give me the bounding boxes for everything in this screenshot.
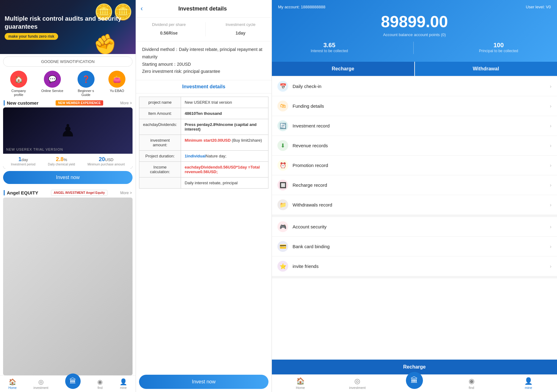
min-unit: USD: [105, 157, 113, 162]
interest-stat: 3.65 Interest to be collected: [311, 42, 348, 54]
table-row-amount: Item Amount: 48610Ten thousand: [139, 108, 268, 119]
right-nav-home[interactable]: 🏠 Home: [272, 377, 329, 390]
left-panel: Multiple risk control audits and securit…: [0, 0, 136, 392]
right-nav-investment[interactable]: ◎ investment: [329, 377, 386, 390]
dividend-value: 0.56Rise: [152, 28, 186, 36]
menu-item-bank-card[interactable]: 💳 Bank card binding ›: [272, 237, 557, 256]
table-key-project: project name: [139, 97, 181, 108]
account-stats: 3.65 Interest to be collected 100 Princi…: [278, 42, 551, 54]
invest-now-button[interactable]: Invest now: [3, 171, 133, 184]
menu-item-funding[interactable]: 🛍 Funding details ›: [272, 96, 557, 116]
invest-now-bottom-button[interactable]: Invest now: [139, 375, 268, 389]
left-nav-home[interactable]: 🏠 Home: [8, 378, 17, 390]
hero-banner: Multiple risk control audits and securit…: [0, 0, 136, 54]
cycle-value: 1day: [226, 28, 255, 36]
principal-label: Principal to be collected: [479, 49, 518, 53]
period-label: Investment period: [11, 163, 36, 166]
table-val-amount: 48610Ten thousand: [181, 108, 268, 119]
menu-item-promotion[interactable]: ⏰ Promotion record ›: [272, 156, 557, 175]
left-nav-mine[interactable]: 👤 mine: [120, 378, 127, 390]
withdrawal-button[interactable]: Withdrawal: [415, 62, 557, 76]
account-points: Account balance account points (0): [278, 32, 551, 37]
account-security-arrow: ›: [550, 224, 551, 230]
user-level-label: User level:: [526, 5, 545, 9]
menu-item-recharge-record[interactable]: 🔲 Recharge record ›: [272, 175, 557, 195]
daily-checkin-icon: 📅: [277, 81, 288, 92]
chess-icon: ♟: [60, 121, 75, 140]
recharge-record-arrow: ›: [550, 182, 551, 188]
right-investment-icon: ◎: [354, 377, 360, 385]
investment-record-icon: 🔄: [277, 120, 288, 131]
right-bottom-nav: 🏠 Home ◎ investment 🏛 ◉ find 👤 mine: [272, 374, 557, 392]
table-row-invest-amount: investment amount: Minimum start20.00USD…: [139, 135, 268, 151]
right-mine-icon: 👤: [524, 377, 533, 385]
account-info: My account: 18888888888: [278, 5, 325, 9]
left-nav-bank[interactable]: 🏛: [65, 378, 81, 390]
right-nav-bank[interactable]: 🏛: [386, 377, 443, 390]
investment-record-arrow: ›: [550, 123, 551, 129]
notification-bar: GOODNE WSNOTIFICATION: [3, 56, 133, 67]
middle-panel: ‹ Investment details Dividend per share …: [136, 0, 272, 392]
dividend-method: Dividend method：Daily interest rebate, p…: [142, 46, 265, 61]
menu-item-investment-record[interactable]: 🔄 Investment record ›: [272, 116, 557, 136]
icon-company[interactable]: 🏠 Companyprofile: [10, 71, 27, 97]
period-stat: 1day Investment period: [11, 156, 36, 166]
right-find-icon: ◉: [469, 377, 475, 385]
right-bank-icon-special: 🏛: [406, 372, 423, 389]
right-home-icon: 🏠: [296, 377, 305, 385]
mine-icon: 👤: [120, 378, 127, 386]
company-label: Companyprofile: [11, 89, 26, 97]
divider: [205, 22, 206, 36]
hero-badge: make your funds zero risk: [5, 33, 58, 40]
menu-item-invite[interactable]: ⭐ invite friends ›: [272, 256, 557, 276]
angel-header: Angel EQUITY ANGEL INVESTMENT Angel Equi…: [0, 188, 136, 198]
account-header: My account: 18888888888 User level: V0 8…: [272, 0, 557, 62]
stats-divider: [413, 42, 414, 54]
yield-unit: %: [64, 157, 67, 162]
min-amount-stat: 20USD Minimum purchase amount: [87, 156, 125, 166]
investment-label: investment: [33, 386, 48, 390]
bank-icon-special: 🏛: [65, 373, 81, 389]
right-nav-find[interactable]: ◉ find: [443, 377, 500, 390]
menu-item-revenue[interactable]: ⬇ Revenue records ›: [272, 136, 557, 156]
online-service-icon: 💬: [44, 71, 61, 88]
home-label: Home: [8, 386, 17, 390]
icon-beginner[interactable]: ❓ Beginner sGuide: [78, 71, 95, 97]
table-key-income: Income calculation:: [139, 162, 181, 177]
promotion-icon: ⏰: [277, 160, 288, 171]
dividend-box: Dividend per share 0.56Rise Investment c…: [136, 18, 272, 41]
table-key-repayment: [139, 177, 181, 189]
spacer: [136, 192, 272, 372]
back-button[interactable]: ‹: [141, 5, 143, 13]
table-val-project: New USEREX trial version: [181, 97, 268, 108]
invite-icon: ⭐: [277, 261, 288, 272]
user-level-info: User level: V0: [526, 5, 551, 9]
icon-online-service[interactable]: 💬 Online Service: [41, 71, 63, 97]
promotion-arrow: ›: [550, 163, 551, 168]
recharge-button[interactable]: Recharge: [272, 62, 414, 76]
cycle-label: Investment cycle: [226, 22, 255, 27]
table-key-amount: Item Amount:: [139, 108, 181, 119]
yield-label: Daily chemical yield: [48, 163, 75, 166]
menu-item-withdrawals[interactable]: 📁 Withdrawals record ›: [272, 195, 557, 215]
icon-yuebao[interactable]: 👛 Yu EBAO: [108, 71, 125, 97]
detail-title: Investment details: [147, 6, 267, 12]
menu-item-account-security[interactable]: 🎮 Account security ›: [272, 217, 557, 237]
menu-item-daily-checkin[interactable]: 📅 Daily check-in ›: [272, 77, 557, 96]
left-nav-investment[interactable]: ◎ investment: [33, 378, 48, 390]
min-amount-value: 20: [99, 156, 105, 162]
investment-cycle: Investment cycle 1day: [226, 22, 255, 36]
cycle-suffix: day: [238, 31, 245, 35]
table-row-dividends: eachdayDividends: Press perday2.8%Income…: [139, 119, 268, 135]
hero-title: Multiple risk control audits and securit…: [5, 15, 131, 31]
revenue-arrow: ›: [550, 143, 551, 148]
account-top-row: My account: 18888888888 User level: V0: [278, 5, 551, 9]
account-security-icon: 🎮: [277, 221, 288, 232]
angel-logo: ANGEL INVESTMENT Angel Equity: [51, 190, 108, 196]
right-nav-mine[interactable]: 👤 mine: [500, 377, 557, 390]
left-bottom-nav: 🏠 Home ◎ investment 🏛 ◉ find 👤 mine: [0, 375, 136, 392]
new-customer-more[interactable]: More >: [120, 101, 132, 105]
angel-more[interactable]: More >: [120, 191, 132, 195]
left-nav-find[interactable]: ◉ find: [97, 378, 103, 390]
promotion-label: Promotion record: [293, 163, 550, 168]
